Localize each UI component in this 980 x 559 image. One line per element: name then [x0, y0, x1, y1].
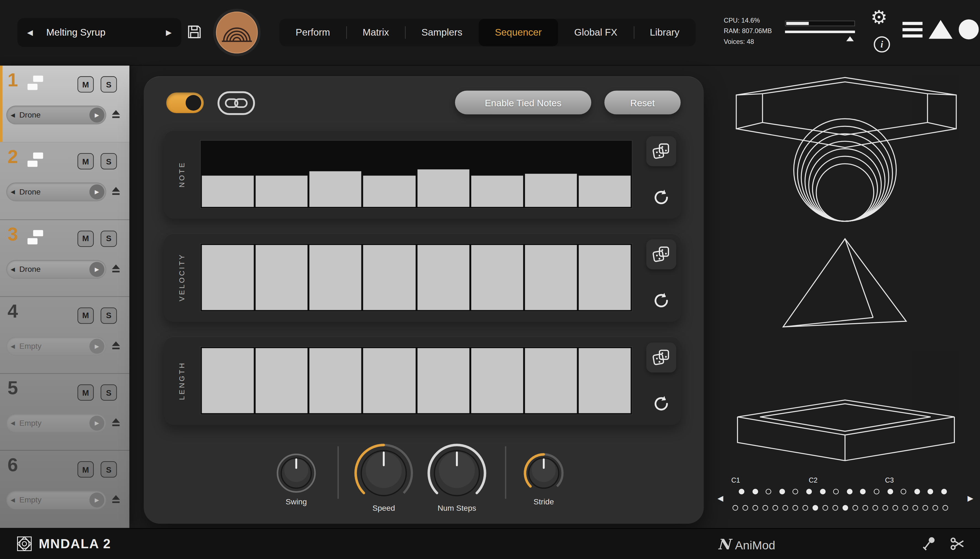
- key-dot[interactable]: [863, 505, 868, 511]
- mandala-icon: [16, 536, 33, 552]
- key-dot[interactable]: [923, 505, 928, 511]
- mndala-brand: MNDALA 2: [0, 536, 111, 552]
- keyboard-scroll-right-icon[interactable]: ▶: [968, 494, 973, 503]
- key-dot[interactable]: [874, 489, 879, 494]
- key-dot[interactable]: [823, 505, 828, 511]
- mic-icon[interactable]: [920, 535, 937, 552]
- key-dot[interactable]: [766, 489, 771, 494]
- key-dot[interactable]: [901, 489, 906, 494]
- app-window: ◀ Melting Syrup ▶ PerformMatrix: [0, 0, 980, 559]
- script-n-glyph: N: [717, 535, 731, 552]
- scissors-icon[interactable]: [949, 535, 966, 552]
- key-dot[interactable]: [942, 505, 948, 511]
- key-dot[interactable]: [752, 505, 758, 511]
- key-dot[interactable]: [873, 505, 878, 511]
- keyboard-scroll-left-icon[interactable]: ◀: [717, 494, 724, 503]
- key-dot[interactable]: [914, 489, 920, 494]
- key-dot[interactable]: [752, 489, 758, 494]
- key-dot[interactable]: [932, 505, 938, 511]
- key-dot[interactable]: [882, 505, 888, 511]
- footer-bar: MNDALA 2 N AniMod: [0, 528, 980, 559]
- key-dot[interactable]: [742, 505, 748, 511]
- key-dots-row-1: [739, 489, 955, 494]
- key-dot[interactable]: [887, 489, 893, 494]
- octave-label-c1: C1: [731, 476, 740, 484]
- key-dot[interactable]: [843, 505, 848, 511]
- key-dot[interactable]: [833, 489, 839, 494]
- key-dots-row-2: [732, 505, 952, 511]
- key-dot[interactable]: [860, 489, 866, 494]
- brand-name: MNDALA 2: [39, 536, 111, 551]
- key-dot[interactable]: [847, 489, 852, 494]
- key-dot[interactable]: [892, 505, 898, 511]
- key-dot[interactable]: [772, 505, 778, 511]
- footer-tools: [920, 535, 967, 552]
- key-dot[interactable]: [813, 505, 818, 511]
- key-dot[interactable]: [732, 505, 738, 511]
- key-dot[interactable]: [912, 505, 918, 511]
- key-dot[interactable]: [793, 489, 798, 494]
- key-dot[interactable]: [820, 489, 825, 494]
- key-dot[interactable]: [782, 505, 788, 511]
- key-dot[interactable]: [832, 505, 838, 511]
- wireframe-shapes: [0, 0, 980, 559]
- octave-label-c3: C3: [885, 476, 894, 484]
- key-dot[interactable]: [763, 505, 768, 511]
- key-dot[interactable]: [902, 505, 908, 511]
- key-dot[interactable]: [927, 489, 933, 494]
- animod-text: AniMod: [735, 539, 775, 552]
- key-dot[interactable]: [739, 489, 744, 494]
- animod-label: N AniMod: [717, 535, 775, 552]
- key-dot[interactable]: [941, 489, 947, 494]
- key-dot[interactable]: [806, 489, 812, 494]
- key-dot[interactable]: [803, 505, 808, 511]
- key-dot[interactable]: [792, 505, 798, 511]
- key-dot[interactable]: [779, 489, 785, 494]
- key-dot[interactable]: [853, 505, 858, 511]
- octave-label-c2: C2: [809, 476, 818, 484]
